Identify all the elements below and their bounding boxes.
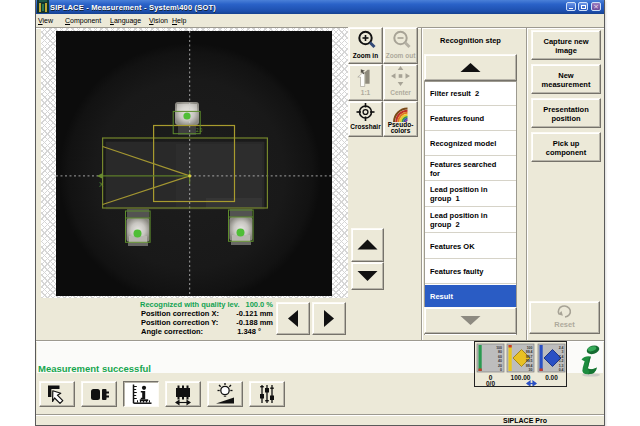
svg-text:2.4: 2.4	[559, 346, 564, 350]
svg-text:1.2: 1.2	[559, 359, 564, 363]
svg-text:100.00: 100.00	[511, 374, 531, 381]
svg-text:80: 80	[498, 350, 502, 354]
svg-text:1.3: 1.3	[559, 364, 564, 368]
svg-text:99.4: 99.4	[526, 350, 533, 354]
svg-text:40: 40	[498, 359, 502, 363]
svg-text:X: X	[99, 181, 104, 188]
svg-text:3: 3	[562, 350, 564, 354]
svg-text:0/0: 0/0	[486, 380, 495, 386]
svg-text:99.5: 99.5	[526, 359, 533, 363]
svg-text:7.4: 7.4	[559, 355, 564, 359]
svg-text:60: 60	[498, 355, 502, 359]
svg-text:20: 20	[498, 364, 502, 368]
svg-text:0.4: 0.4	[559, 368, 564, 372]
svg-text:0.00: 0.00	[545, 374, 558, 381]
svg-text:0: 0	[500, 368, 502, 372]
svg-text:99.4: 99.4	[526, 364, 533, 368]
svg-text:99.7: 99.7	[526, 355, 533, 359]
svg-text:100: 100	[496, 346, 502, 350]
svg-text:2.0: 2.0	[196, 128, 203, 133]
svg-text:30: 30	[529, 368, 533, 372]
svg-text:100: 100	[527, 346, 533, 350]
